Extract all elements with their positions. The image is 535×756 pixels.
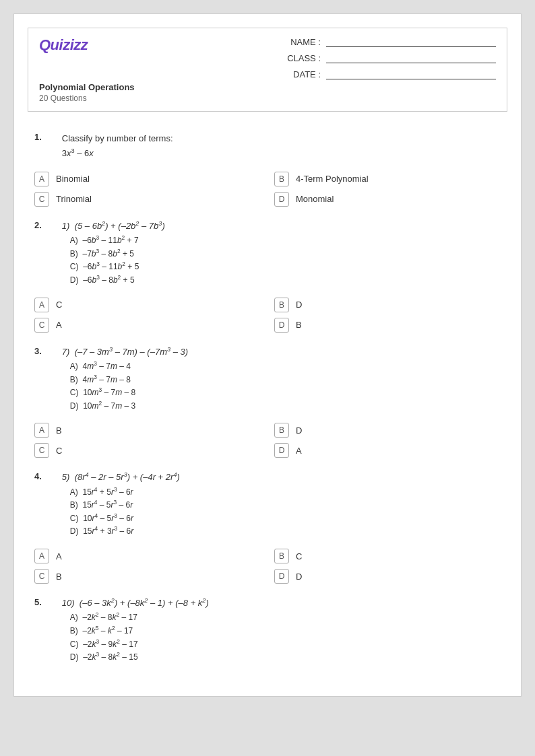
q1-box-c[interactable]: C: [34, 192, 49, 207]
q3-text-c: C: [56, 446, 62, 456]
q5-sub-text: 10) (–6 – 3k2) + (–8k2 – 1) + (–8 + k2): [62, 597, 209, 608]
q3-choice-c: C) 10m3 – 7m – 8: [70, 386, 188, 399]
fields-section: NAME : CLASS : DATE :: [280, 36, 496, 79]
q4-number: 4.: [34, 471, 42, 481]
q2-text-a: C: [56, 300, 62, 310]
q1-text-c: Trinomial: [56, 194, 92, 204]
q3-box-c[interactable]: C: [34, 443, 49, 458]
q3-option-b[interactable]: B D: [274, 423, 501, 438]
logo-section: Quizizz Polynomial Operations 20 Questio…: [39, 36, 135, 103]
q2-text-c: A: [56, 320, 62, 330]
q3-text-b: D: [296, 425, 302, 436]
q4-option-a[interactable]: A A: [34, 549, 261, 563]
q2-number: 2.: [34, 220, 42, 230]
q3-box-b[interactable]: B: [274, 423, 289, 438]
q4-box-a[interactable]: A: [34, 549, 49, 563]
name-line[interactable]: [326, 36, 496, 47]
date-label: DATE :: [280, 69, 321, 79]
q2-answer-grid: A C B D C A D B: [34, 298, 501, 333]
q3-number: 3.: [34, 346, 42, 356]
q2-sub-choices: A) –6b3 – 11b2 + 7 B) –7b3 – 8b2 + 5 C) …: [70, 234, 165, 286]
q3-choice-b: B) 4m3 – 7m – 8: [70, 373, 188, 386]
q2-option-c[interactable]: C A: [34, 318, 261, 333]
q1-box-d[interactable]: D: [274, 192, 289, 207]
q1-box-b[interactable]: B: [274, 172, 289, 186]
q1-box-a[interactable]: A: [34, 172, 49, 186]
q5-choice-d: D) –2k3 – 8k2 – 15: [70, 650, 209, 664]
q3-sub: 7) (–7 – 3m3 – 7m) – (–7m3 – 3) A) 4m3 –…: [62, 346, 188, 413]
q1-text-b: 4-Term Polynomial: [296, 174, 369, 184]
q2-box-b[interactable]: B: [274, 298, 289, 312]
q5-sub-choices: A) –2k2 – 8k2 – 17 B) –2k5 – k2 – 17 C) …: [70, 611, 209, 663]
q4-box-b[interactable]: B: [274, 549, 289, 563]
q2-choice-c: C) –6b3 – 11b2 + 5: [70, 260, 165, 273]
date-field-row: DATE :: [280, 69, 496, 79]
question-1: 1. Classify by number of terms: 3x3 – 6x…: [34, 132, 501, 207]
q3-box-a[interactable]: A: [34, 423, 49, 438]
q1-text: Classify by number of terms: 3x3 – 6x: [62, 132, 173, 161]
q3-sub-choices: A) 4m3 – 7m – 4 B) 4m3 – 7m – 8 C) 10m3 …: [70, 359, 188, 412]
q1-answer-grid: A Binomial B 4-Term Polynomial C Trinomi…: [34, 172, 501, 207]
class-field-row: CLASS :: [280, 53, 496, 63]
q4-option-b[interactable]: B C: [274, 549, 501, 563]
q1-option-b[interactable]: B 4-Term Polynomial: [274, 172, 501, 186]
question-4: 4. 5) (8r4 – 2r – 5r3) + (–4r + 2r4) A) …: [34, 471, 501, 584]
q5-sub: 10) (–6 – 3k2) + (–8k2 – 1) + (–8 + k2) …: [62, 597, 209, 664]
q4-sub-text: 5) (8r4 – 2r – 5r3) + (–4r + 2r4): [62, 471, 180, 482]
logo: Quizizz: [39, 36, 135, 54]
q4-text-a: A: [56, 551, 62, 561]
name-field-row: NAME :: [280, 36, 496, 47]
q2-option-b[interactable]: B D: [274, 298, 501, 312]
q1-text-d: Monomial: [296, 194, 334, 204]
q5-choice-c: C) –2k3 – 9k2 – 17: [70, 638, 209, 651]
q3-option-d[interactable]: D A: [274, 443, 501, 458]
q3-choice-a: A) 4m3 – 7m – 4: [70, 359, 188, 373]
q2-box-d[interactable]: D: [274, 318, 289, 333]
q3-box-d[interactable]: D: [274, 443, 289, 458]
question-3: 3. 7) (–7 – 3m3 – 7m) – (–7m3 – 3) A) 4m…: [34, 346, 501, 458]
q1-text-a: Binomial: [56, 174, 90, 184]
q4-text-b: C: [296, 551, 302, 561]
q4-option-d[interactable]: D D: [274, 569, 501, 584]
q5-choice-a: A) –2k2 – 8k2 – 17: [70, 611, 209, 624]
class-line[interactable]: [326, 53, 496, 63]
q2-text-d: B: [296, 320, 302, 330]
q4-answer-grid: A A B C C B D D: [34, 549, 501, 584]
name-label: NAME :: [280, 37, 321, 47]
q3-text-d: A: [296, 446, 302, 456]
q5-choice-b: B) –2k5 – k2 – 17: [70, 624, 209, 638]
q3-answer-grid: A B B D C C D A: [34, 423, 501, 458]
q2-box-a[interactable]: A: [34, 298, 49, 312]
q1-option-a[interactable]: A Binomial: [34, 172, 261, 186]
q3-text-a: B: [56, 425, 62, 436]
q1-option-c[interactable]: C Trinomial: [34, 192, 261, 207]
question-2: 2. 1) (5 – 6b2) + (–2b2 – 7b3) A) –6b3 –…: [34, 220, 501, 333]
q4-box-c[interactable]: C: [34, 569, 49, 584]
q4-box-d[interactable]: D: [274, 569, 289, 584]
q3-option-c[interactable]: C C: [34, 443, 261, 458]
q2-box-c[interactable]: C: [34, 318, 49, 333]
q4-option-c[interactable]: C B: [34, 569, 261, 584]
q2-text-b: D: [296, 300, 302, 310]
header: Quizizz Polynomial Operations 20 Questio…: [28, 28, 507, 112]
date-line[interactable]: [326, 69, 496, 79]
page: Quizizz Polynomial Operations 20 Questio…: [13, 13, 522, 697]
q4-text-d: D: [296, 572, 302, 582]
q1-option-d[interactable]: D Monomial: [274, 192, 501, 207]
class-label: CLASS :: [280, 53, 321, 63]
q2-option-d[interactable]: D B: [274, 318, 501, 333]
q2-option-a[interactable]: A C: [34, 298, 261, 312]
q3-choice-d: D) 10m2 – 7m – 3: [70, 399, 188, 413]
q1-number: 1.: [34, 132, 42, 142]
q4-choice-b: B) 15r4 – 5r3 – 6r: [70, 498, 180, 512]
question-5: 5. 10) (–6 – 3k2) + (–8k2 – 1) + (–8 + k…: [34, 597, 501, 669]
q3-sub-text: 7) (–7 – 3m3 – 7m) – (–7m3 – 3): [62, 346, 188, 357]
worksheet-title: Polynomial Operations: [39, 82, 135, 92]
q2-sub: 1) (5 – 6b2) + (–2b2 – 7b3) A) –6b3 – 11…: [62, 220, 165, 287]
q4-choice-a: A) 15r4 + 5r3 – 6r: [70, 485, 180, 499]
q2-choice-d: D) –6b3 – 8b2 + 5: [70, 273, 165, 287]
q3-option-a[interactable]: A B: [34, 423, 261, 438]
q2-choice-a: A) –6b3 – 11b2 + 7: [70, 234, 165, 247]
q4-choice-d: D) 15r4 + 3r3 – 6r: [70, 524, 180, 538]
q2-choice-b: B) –7b3 – 8b2 + 5: [70, 247, 165, 261]
